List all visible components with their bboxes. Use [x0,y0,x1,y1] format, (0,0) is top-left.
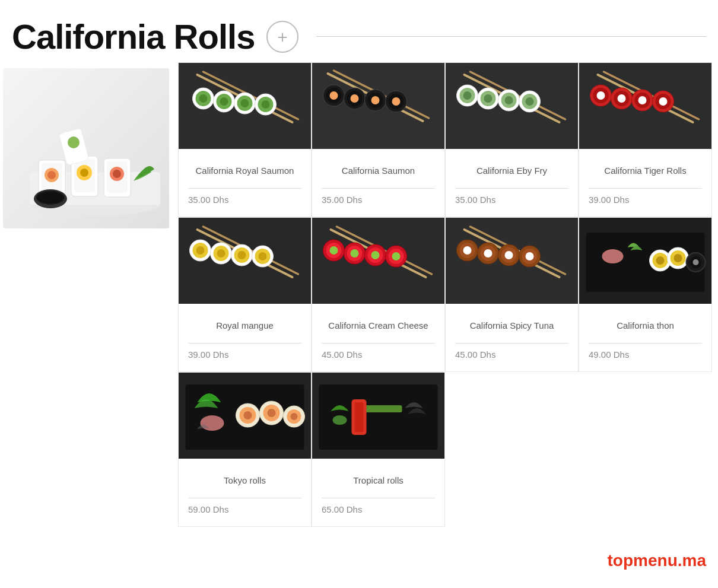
svg-point-42 [351,94,359,103]
product-card-saumon[interactable]: California Saumon 35.00 Dhs [312,62,445,217]
product-card-cream-cheese[interactable]: California Cream Cheese 45.00 Dhs [312,217,445,372]
card-body-cream-cheese: California Cream Cheese 45.00 Dhs [312,304,444,371]
svg-point-18 [37,192,63,204]
svg-point-33 [262,100,270,109]
svg-point-5 [47,171,56,179]
svg-point-15 [68,136,80,148]
product-name-saumon: California Saumon [322,158,435,182]
product-price-thon: 49.00 Dhs [589,349,702,367]
product-name-tiger-rolls: California Tiger Rolls [589,158,702,182]
svg-point-48 [392,97,401,106]
product-price-tiger-rolls: 39.00 Dhs [589,195,702,212]
card-body-royal-saumon: California Royal Saumon 35.00 Dhs [179,149,311,217]
product-card-tiger-rolls[interactable]: California Tiger Rolls 39.00 Dhs [579,62,712,217]
svg-point-102 [351,249,359,258]
card-divider [589,343,702,344]
svg-point-147 [291,413,298,420]
svg-point-90 [238,251,246,259]
svg-point-117 [484,249,493,258]
svg-point-114 [463,246,472,255]
product-card-thon[interactable]: California thon 49.00 Dhs [579,217,712,372]
product-card-royal-mangue[interactable]: Royal mangue 39.00 Dhs [178,217,312,372]
card-body-tokyo: Tokyo rolls 59.00 Dhs [179,459,311,526]
product-price-saumon: 35.00 Dhs [322,195,435,212]
svg-point-84 [196,246,205,255]
product-image-thon [579,218,711,304]
product-price-tropical: 65.00 Dhs [322,504,435,522]
product-image-eby-fry [446,63,578,149]
svg-point-9 [80,169,88,177]
card-divider [589,188,702,189]
product-card-royal-saumon[interactable]: California Royal Saumon 35.00 Dhs [178,62,312,217]
plus-icon: ＋ [274,26,291,48]
svg-point-99 [330,246,338,255]
product-price-tokyo: 59.00 Dhs [188,504,301,522]
svg-point-69 [597,91,605,100]
svg-point-129 [656,256,665,265]
add-category-button[interactable]: ＋ [266,21,298,53]
card-divider [188,343,301,344]
svg-point-132 [674,254,682,262]
product-name-royal-saumon: California Royal Saumon [188,158,301,182]
product-grid: California Royal Saumon 35.00 Dhs [178,62,712,527]
product-price-spicy-tuna: 45.00 Dhs [455,349,568,367]
svg-point-93 [259,252,267,260]
svg-point-126 [602,249,624,263]
card-body-royal-mangue: Royal mangue 39.00 Dhs [179,304,311,371]
product-image-spicy-tuna [446,218,578,304]
svg-point-72 [618,94,626,103]
card-body-tropical: Tropical rolls 65.00 Dhs [312,459,444,526]
svg-point-27 [220,97,228,106]
card-divider [188,188,301,189]
card-divider [322,343,435,344]
card-divider [322,188,435,189]
product-image-royal-saumon [179,63,311,149]
product-price-royal-saumon: 35.00 Dhs [188,195,301,212]
svg-point-30 [241,99,249,107]
card-body-thon: California thon 49.00 Dhs [579,304,711,371]
product-image-royal-mangue [179,218,311,304]
product-name-eby-fry: California Eby Fry [455,158,568,182]
product-price-eby-fry: 35.00 Dhs [455,195,568,212]
product-name-royal-mangue: Royal mangue [188,313,301,337]
svg-point-75 [638,96,647,104]
content-area: California Royal Saumon 35.00 Dhs [0,62,718,551]
product-image-tropical [312,373,444,459]
svg-point-57 [484,94,493,103]
svg-point-144 [268,409,276,417]
product-price-royal-mangue: 39.00 Dhs [188,349,301,367]
card-divider [455,343,568,344]
svg-rect-152 [355,402,364,432]
page-title: California Rolls [12,17,255,56]
svg-point-123 [526,252,534,260]
svg-point-105 [371,251,380,259]
svg-point-24 [199,94,208,103]
watermark: topmenu.ma [608,551,706,570]
product-card-tokyo[interactable]: Tokyo rolls 59.00 Dhs [178,372,312,527]
hero-sushi-image [3,68,169,228]
product-image-saumon [312,63,444,149]
product-card-tropical[interactable]: Tropical rolls 65.00 Dhs [312,372,445,527]
product-card-eby-fry[interactable]: California Eby Fry 35.00 Dhs [445,62,579,217]
product-price-cream-cheese: 45.00 Dhs [322,349,435,367]
svg-point-78 [659,97,668,106]
svg-point-45 [371,96,380,104]
product-name-thon: California thon [589,313,702,337]
grid-area: California Royal Saumon 35.00 Dhs [172,62,718,527]
card-body-spicy-tuna: California Spicy Tuna 45.00 Dhs [446,304,578,371]
empty-card-2 [579,372,712,527]
header-divider [316,36,706,37]
product-image-cream-cheese [312,218,444,304]
card-body-tiger-rolls: California Tiger Rolls 39.00 Dhs [579,149,711,217]
svg-point-63 [526,97,534,106]
svg-point-141 [244,411,252,419]
card-divider [188,498,301,498]
svg-point-13 [113,170,121,178]
card-divider [322,498,435,498]
empty-card-1 [445,372,579,527]
card-body-eby-fry: California Eby Fry 35.00 Dhs [446,149,578,217]
svg-point-120 [505,251,513,259]
product-card-spicy-tuna[interactable]: California Spicy Tuna 45.00 Dhs [445,217,579,372]
svg-point-60 [505,96,513,104]
svg-point-87 [217,249,225,258]
